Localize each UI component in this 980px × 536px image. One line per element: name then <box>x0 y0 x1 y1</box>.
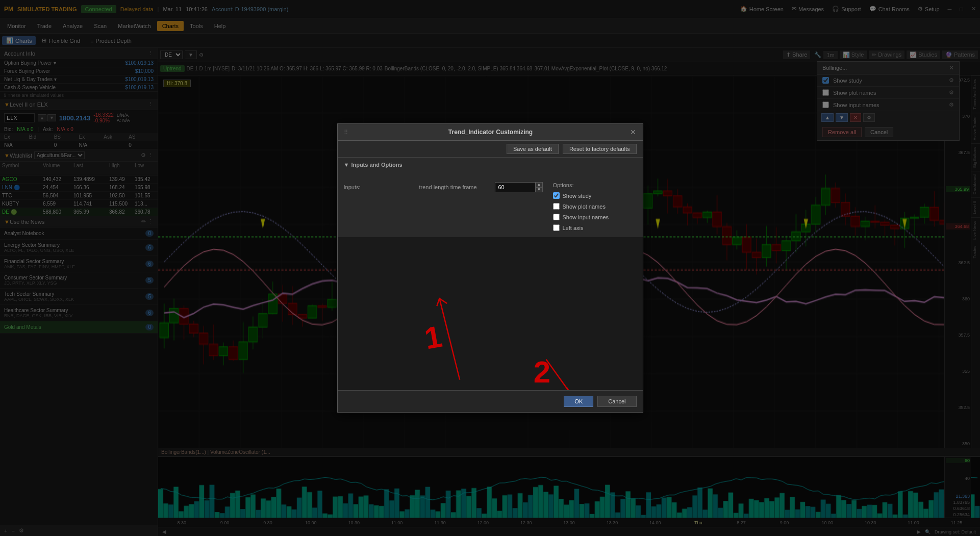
input-row-trend: Inputs: trend length time frame ▲ ▼ <box>344 182 543 192</box>
left-axis-checkbox[interactable] <box>553 224 560 231</box>
modal-drag-handle: ⠿ <box>344 129 348 136</box>
cancel-btn[interactable]: Cancel <box>597 396 636 407</box>
options-list: Show study Show plot names Show input na… <box>553 192 637 231</box>
trend-indicator-modal: ⠿ Trend_Indicator Customizing ✕ Save as … <box>337 123 643 413</box>
svg-text:2: 2 <box>533 355 550 389</box>
collapse-icon: ▼ <box>344 162 349 168</box>
reset-default-btn[interactable]: Reset to factory defaults <box>563 144 637 154</box>
opt-show-plot-names: Show plot names <box>553 203 637 210</box>
section-toggle[interactable]: ▼ Inputs and Options <box>344 162 637 168</box>
show-study-checkbox[interactable] <box>553 192 560 199</box>
annotation-svg: 1 2 <box>338 237 643 390</box>
modal-options: Options: Show study Show plot names Show… <box>553 182 637 231</box>
opt-left-axis: Left axis <box>553 224 637 231</box>
modal-inputs: Inputs: trend length time frame ▲ ▼ <box>344 182 543 231</box>
modal-title-bar: ⠿ Trend_Indicator Customizing ✕ <box>338 124 643 141</box>
modal-draw-area: 1 2 <box>338 237 643 390</box>
trend-length-input[interactable] <box>495 182 536 192</box>
modal-section-header: ▼ Inputs and Options <box>338 158 643 176</box>
spinner-btns: ▲ ▼ <box>536 182 543 192</box>
modal-body: Inputs: trend length time frame ▲ ▼ Opti… <box>338 176 643 237</box>
show-plot-names-checkbox[interactable] <box>553 203 560 210</box>
svg-text:1: 1 <box>422 319 444 356</box>
ok-btn[interactable]: OK <box>564 396 593 407</box>
modal-footer: OK Cancel <box>338 390 643 412</box>
modal-save-bar: Save as default Reset to factory default… <box>338 141 643 158</box>
opt-show-study: Show study <box>553 192 637 199</box>
spin-down-btn[interactable]: ▼ <box>536 187 543 192</box>
show-input-names-checkbox[interactable] <box>553 214 560 220</box>
spin-up-btn[interactable]: ▲ <box>536 182 543 187</box>
opt-show-input-names: Show input names <box>553 214 637 220</box>
modal-overlay[interactable]: ⠿ Trend_Indicator Customizing ✕ Save as … <box>0 0 980 536</box>
modal-close-btn[interactable]: ✕ <box>630 128 636 136</box>
save-default-btn[interactable]: Save as default <box>507 144 559 154</box>
spinner-group: ▲ ▼ <box>495 182 543 192</box>
